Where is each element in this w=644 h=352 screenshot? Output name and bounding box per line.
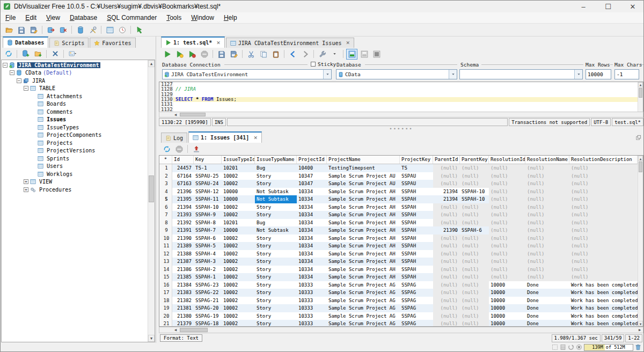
table-cell[interactable]: SSPAH bbox=[400, 250, 433, 258]
tree-item-boards[interactable]: Boards bbox=[3, 100, 147, 108]
menu-view[interactable]: View bbox=[41, 13, 65, 23]
table-cell[interactable]: 24457 bbox=[172, 164, 194, 172]
table-cell[interactable]: Work has been completed on bbox=[569, 320, 638, 327]
row-number[interactable]: 10 bbox=[159, 234, 172, 243]
table-cell[interactable]: (null) bbox=[460, 242, 489, 250]
table-cell[interactable]: (null) bbox=[460, 297, 489, 305]
table-cell[interactable]: Story bbox=[255, 172, 297, 180]
open-folder-button[interactable] bbox=[3, 25, 14, 35]
column-header-resolutiondescription[interactable]: ResolutionDescription bbox=[569, 156, 638, 164]
table-cell[interactable]: (null) bbox=[569, 172, 638, 180]
table-cell[interactable]: 21380 bbox=[172, 312, 194, 320]
table-cell[interactable]: 10002 bbox=[222, 203, 255, 211]
table-cell[interactable]: (null) bbox=[433, 164, 460, 172]
filter-button[interactable] bbox=[67, 48, 78, 59]
grid-scrollbar[interactable]: ▲ ▼ bbox=[638, 156, 643, 326]
row-number[interactable]: 18 bbox=[159, 297, 172, 305]
table-cell[interactable]: SSPAH bbox=[400, 211, 433, 219]
table-cell[interactable]: 10334 bbox=[297, 226, 327, 234]
table-cell[interactable]: Work has been completed on bbox=[569, 281, 638, 289]
tree-scrollbar[interactable]: ▲ ▼ bbox=[148, 60, 155, 342]
table-cell[interactable]: (null) bbox=[569, 234, 638, 243]
scroll-up-icon[interactable]: ▲ bbox=[638, 82, 643, 87]
gc-close-icon[interactable] bbox=[576, 344, 582, 350]
table-cell[interactable]: Not Subtask bbox=[255, 226, 297, 234]
table-cell[interactable]: SSPAH-10 bbox=[460, 195, 489, 203]
table-cell[interactable]: 10000 bbox=[222, 188, 255, 196]
scroll-thumb[interactable] bbox=[639, 162, 642, 172]
row-number[interactable]: 19 bbox=[159, 304, 172, 312]
table-cell[interactable]: 21394 bbox=[172, 203, 194, 211]
table-cell[interactable]: 10000 bbox=[489, 281, 525, 289]
table-cell[interactable]: Sample Scrum Project AH bbox=[327, 242, 400, 250]
table-cell[interactable]: (null) bbox=[460, 250, 489, 258]
results-tab-1-issues-341[interactable]: 1: Issues [341]✕ bbox=[188, 131, 262, 143]
table-cell[interactable]: Story bbox=[255, 234, 297, 243]
table-cell[interactable]: (null) bbox=[489, 258, 525, 266]
table-cell[interactable]: SSPAH bbox=[400, 242, 433, 250]
table-cell[interactable]: Not Subtask bbox=[255, 188, 297, 196]
table-cell[interactable]: 21394 bbox=[433, 188, 460, 196]
table-cell[interactable]: (null) bbox=[489, 250, 525, 258]
tools-button[interactable] bbox=[87, 25, 98, 35]
table-cell[interactable]: SSPAH-2 bbox=[194, 266, 222, 274]
row-number[interactable]: 6 bbox=[159, 203, 172, 211]
table-cell[interactable]: (null) bbox=[525, 219, 569, 227]
table-cell[interactable]: 21395 bbox=[172, 195, 194, 203]
table-cell[interactable]: 10333 bbox=[297, 304, 327, 312]
table-cell[interactable]: Story bbox=[255, 180, 297, 188]
table-cell[interactable]: Sample Scrum Project AG bbox=[327, 281, 400, 289]
paste-button[interactable] bbox=[270, 49, 281, 60]
table-cell[interactable]: 67164 bbox=[172, 172, 194, 180]
sql-editor[interactable]: 11271128// JIRA11291130SELECT * FROM Iss… bbox=[159, 82, 643, 112]
table-cell[interactable]: (null) bbox=[525, 242, 569, 250]
max-rows-input[interactable] bbox=[586, 69, 611, 79]
clock-button[interactable] bbox=[116, 25, 128, 35]
table-cell[interactable]: (null) bbox=[433, 289, 460, 297]
table-cell[interactable]: Done bbox=[525, 320, 569, 327]
max-chars-input[interactable] bbox=[614, 69, 639, 79]
table-cell[interactable]: Bug bbox=[255, 219, 297, 227]
table-cell[interactable]: SSPAG bbox=[400, 304, 433, 312]
table-cell[interactable]: (null) bbox=[569, 164, 638, 172]
table-cell[interactable]: (null) bbox=[433, 172, 460, 180]
tree-item-issues[interactable]: Issues bbox=[3, 116, 147, 124]
row-number[interactable]: 4 bbox=[159, 188, 172, 196]
table-cell[interactable]: 21379 bbox=[172, 320, 194, 327]
tab-favorites[interactable]: Favorites bbox=[90, 38, 135, 48]
table-cell[interactable]: (null) bbox=[460, 312, 489, 320]
table-cell[interactable]: 10334 bbox=[297, 234, 327, 243]
table-cell[interactable]: Story bbox=[255, 312, 297, 320]
table-cell[interactable]: (null) bbox=[525, 266, 569, 274]
table-cell[interactable]: 10400 bbox=[297, 164, 327, 172]
refresh-button[interactable] bbox=[3, 48, 14, 59]
menu-sql-commander[interactable]: SQL Commander bbox=[102, 13, 162, 23]
table-cell[interactable]: SSPAH-10 bbox=[194, 203, 222, 211]
table-cell[interactable]: (null) bbox=[433, 234, 460, 243]
table-cell[interactable]: 21391 bbox=[172, 226, 194, 234]
tree-toggle-icon[interactable]: + bbox=[24, 179, 28, 184]
table-cell[interactable]: 21394 bbox=[433, 195, 460, 203]
table-cell[interactable]: (null) bbox=[525, 258, 569, 266]
layout-editor-button[interactable] bbox=[346, 49, 357, 60]
editor-line[interactable]: 1127 bbox=[159, 82, 643, 87]
table-cell[interactable]: Sample Scrum Project AH bbox=[327, 226, 400, 234]
table-cell[interactable]: 21390 bbox=[172, 234, 194, 243]
close-tab-icon[interactable]: ✕ bbox=[216, 40, 221, 46]
execute-current-button[interactable] bbox=[174, 49, 185, 60]
table-cell[interactable]: (null) bbox=[489, 203, 525, 211]
table-cell[interactable]: (null) bbox=[460, 266, 489, 274]
panel-grid-icon[interactable] bbox=[552, 344, 558, 350]
row-number[interactable]: 12 bbox=[159, 250, 172, 258]
table-cell[interactable]: (null) bbox=[525, 211, 569, 219]
table-cell[interactable]: 10000 bbox=[489, 289, 525, 297]
table-cell[interactable]: Sample Scrum Project AU bbox=[327, 180, 400, 188]
stop-button[interactable] bbox=[173, 144, 185, 155]
row-number[interactable]: 9 bbox=[159, 226, 172, 234]
editor-line[interactable]: 1132 bbox=[159, 107, 643, 112]
table-cell[interactable]: SSPAG-21 bbox=[194, 297, 222, 305]
scroll-thumb[interactable] bbox=[180, 113, 206, 116]
table-cell[interactable]: 10002 bbox=[222, 304, 255, 312]
save-button[interactable] bbox=[16, 25, 27, 35]
table-cell[interactable]: SSPAH bbox=[400, 203, 433, 211]
